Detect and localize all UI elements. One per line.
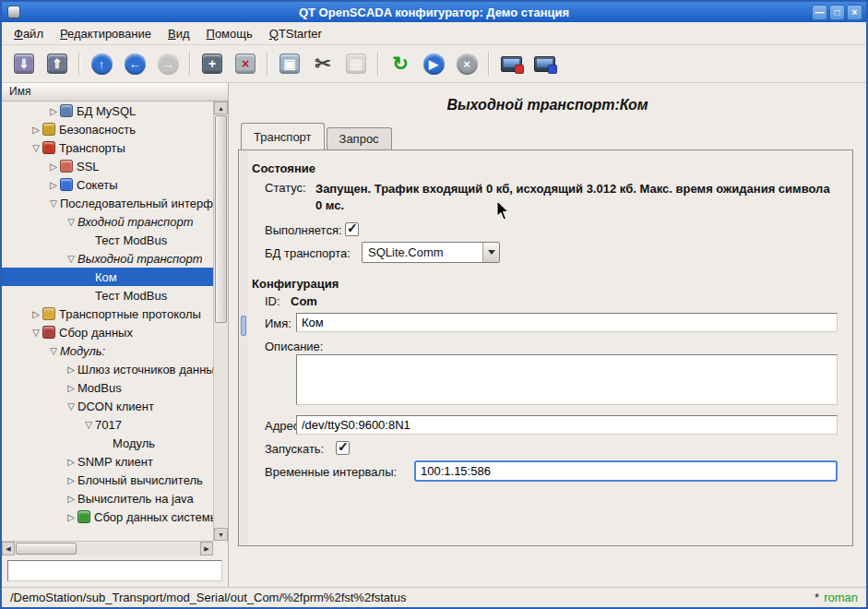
tree-horizontal-scrollbar[interactable]: ◀ ▶: [2, 541, 213, 555]
qtstarter-configurator-icon[interactable]: [495, 49, 527, 78]
name-input[interactable]: [296, 313, 838, 332]
tree-item[interactable]: ▽Последовательный интерфейс: [2, 194, 213, 212]
qtstarter-vision-icon[interactable]: [529, 49, 560, 78]
delete-item-icon[interactable]: ×: [230, 49, 261, 78]
window-controls: — □ ×: [812, 5, 862, 20]
load-from-db-icon[interactable]: ⇓: [8, 49, 40, 78]
tree-item[interactable]: ▷Транспортные протоколы: [2, 304, 213, 323]
tree-item[interactable]: ▷Сбор данных системы: [2, 508, 213, 526]
maximize-button[interactable]: □: [829, 5, 845, 20]
expand-arrow-icon[interactable]: ▷: [65, 475, 77, 485]
tree-item-label: Тест ModBus: [95, 233, 167, 247]
collapse-arrow-icon[interactable]: ▽: [47, 198, 60, 209]
add-item-icon[interactable]: +: [196, 49, 228, 78]
collapse-arrow-icon[interactable]: ▽: [47, 346, 60, 356]
scroll-left-icon[interactable]: ◀: [2, 542, 15, 555]
copy-item-icon[interactable]: ▣: [274, 49, 305, 78]
collapse-arrow-icon[interactable]: ▽: [65, 217, 77, 227]
tree-item[interactable]: ▷Безопасность: [2, 120, 213, 138]
page-title: Выходной транспорт:Ком: [229, 97, 866, 113]
horizontal-scroll-thumb[interactable]: [16, 543, 77, 555]
tab-request[interactable]: Запрос: [327, 127, 392, 149]
tree-filter-input[interactable]: [7, 560, 222, 581]
save-to-db-icon[interactable]: ⇑: [42, 49, 73, 78]
collapse-arrow-icon[interactable]: ▽: [65, 401, 77, 412]
tree-item[interactable]: Тест ModBus: [2, 286, 213, 304]
state-heading: Состояние: [252, 161, 315, 175]
current-user: roman: [824, 591, 858, 604]
vertical-scroll-thumb[interactable]: [215, 115, 227, 323]
tree-item[interactable]: Модуль: [2, 434, 213, 452]
back-icon[interactable]: ←: [119, 49, 150, 78]
tree-column-header[interactable]: Имя: [2, 83, 228, 102]
titlebar[interactable]: QT OpenSCADA конфигуратор: Демо станция …: [2, 2, 866, 22]
running-checkbox[interactable]: [345, 222, 359, 236]
tree-item[interactable]: ▷Сокеты: [2, 175, 213, 194]
cut-item-icon[interactable]: ✂: [307, 49, 339, 78]
tree-item[interactable]: ▷Блочный вычислитель: [2, 471, 213, 489]
app-window: QT OpenSCADA конфигуратор: Демо станция …: [0, 0, 868, 609]
content-scroll-thumb[interactable]: [241, 316, 246, 336]
refresh-icon[interactable]: ↻: [385, 49, 416, 78]
menu-item-edit[interactable]: Редактирование: [52, 24, 160, 43]
tree-item[interactable]: ▷Вычислитель на java: [2, 489, 213, 508]
collapse-arrow-icon[interactable]: ▽: [30, 143, 42, 153]
menu-item-view[interactable]: Вид: [160, 24, 198, 43]
collapse-arrow-icon[interactable]: ▽: [65, 254, 77, 264]
up-level-icon[interactable]: ↑: [86, 49, 117, 78]
toolbar-separator: [189, 52, 191, 76]
menu-item-file[interactable]: Файл: [6, 24, 52, 43]
minimize-button[interactable]: —: [812, 5, 827, 20]
tree-item[interactable]: ▷Шлюз источников данных: [2, 360, 213, 378]
tree-item-label: Тест ModBus: [95, 289, 167, 303]
tree-item[interactable]: Тест ModBus: [2, 231, 213, 249]
tree-item[interactable]: Ком: [2, 268, 213, 286]
statusbar-right: *roman: [814, 591, 858, 604]
expand-arrow-icon[interactable]: ▷: [30, 125, 42, 135]
expand-arrow-icon[interactable]: ▷: [65, 494, 77, 504]
expand-arrow-icon[interactable]: ▷: [65, 512, 77, 522]
scroll-down-icon[interactable]: ▼: [214, 528, 228, 541]
tree-item[interactable]: ▽7017: [2, 415, 213, 434]
menu-item-qtstarter[interactable]: QTStarter: [261, 24, 330, 43]
expand-arrow-icon[interactable]: ▷: [65, 457, 77, 467]
tree-item[interactable]: ▷ModBus: [2, 378, 213, 397]
address-input[interactable]: [296, 415, 838, 435]
tree-item[interactable]: ▽Транспорты: [2, 138, 213, 157]
menubar: ФайлРедактированиеВидПомощьQTStarter: [2, 22, 866, 45]
tree-item[interactable]: ▽Входной транспорт: [2, 212, 213, 231]
expand-arrow-icon[interactable]: ▷: [47, 106, 60, 116]
description-textarea[interactable]: [296, 354, 838, 405]
tree-item[interactable]: ▽DCON клиент: [2, 397, 213, 415]
expand-arrow-icon[interactable]: ▷: [65, 383, 77, 393]
tree-item-label: Транспорты: [59, 141, 125, 155]
collapse-arrow-icon[interactable]: ▽: [30, 328, 42, 338]
content-scrollbar[interactable]: [240, 151, 248, 544]
stop-icon[interactable]: ×: [451, 49, 482, 78]
tree-item[interactable]: ▷SNMP клиент: [2, 452, 213, 471]
menu-item-help[interactable]: Помощь: [198, 24, 261, 43]
expand-arrow-icon[interactable]: ▷: [65, 364, 77, 375]
tab-transport[interactable]: Транспорт: [241, 123, 325, 149]
tree-item[interactable]: ▷БД MySQL: [2, 102, 213, 120]
tree-item[interactable]: ▽Модуль:: [2, 341, 213, 360]
expand-arrow-icon[interactable]: ▷: [47, 180, 60, 190]
timings-input[interactable]: [414, 460, 838, 482]
scroll-up-icon[interactable]: ▲: [214, 102, 228, 114]
tree-vertical-scrollbar[interactable]: ▲ ▼: [213, 102, 228, 541]
collapse-arrow-icon[interactable]: ▽: [82, 420, 95, 430]
expand-arrow-icon[interactable]: ▷: [30, 309, 42, 319]
tree-item-label: Сбор данных системы: [94, 510, 213, 524]
scroll-right-icon[interactable]: ▶: [200, 542, 213, 555]
tree-item[interactable]: ▽Сбор данных: [2, 323, 213, 341]
start-checkbox[interactable]: [336, 441, 350, 455]
tree-item[interactable]: ▷SSL: [2, 157, 213, 175]
transport-db-combobox[interactable]: SQLite.Comm: [362, 242, 500, 263]
start-icon[interactable]: ▶: [418, 49, 449, 78]
toolbar-separator: [78, 52, 80, 76]
expand-arrow-icon[interactable]: ▷: [47, 161, 60, 172]
tree-item-label: 7017: [95, 418, 122, 432]
combo-dropdown-button[interactable]: [482, 243, 499, 262]
tree-item[interactable]: ▽Выходной транспорт: [2, 249, 213, 268]
close-button[interactable]: ×: [847, 5, 862, 20]
